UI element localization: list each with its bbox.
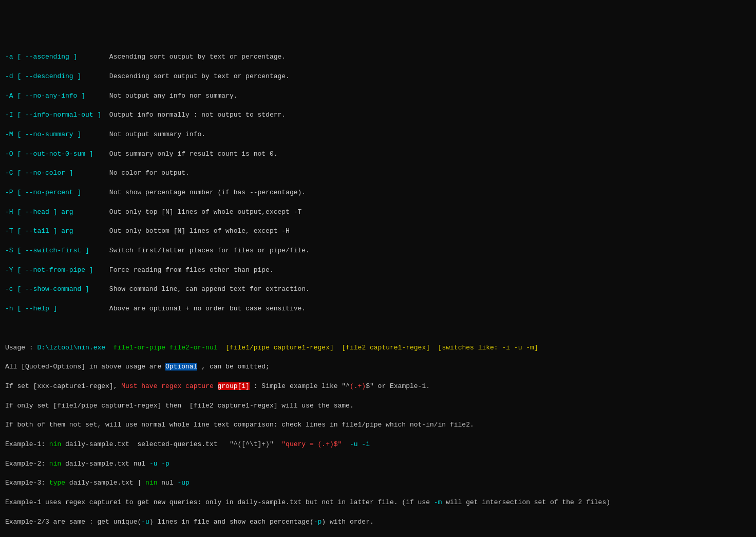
line-12: -Y [ --not-from-pipe ] Force reading fro… <box>5 266 751 275</box>
line-18: If set [xxx-capture1-regex], Must have r… <box>5 382 751 392</box>
line-9: -H [ --head ] arg Out only top [N] lines… <box>5 208 751 217</box>
line-22: Example-2: nin daily-sample.txt nul -u -… <box>5 459 751 469</box>
line-16: Usage : D:\lztool\nin.exe file1-or-pipe … <box>5 343 751 353</box>
terminal-output: -a [ --ascending ] Ascending sort output… <box>5 43 751 537</box>
line-19: If only set [file1/pipe capture1-regex] … <box>5 401 751 411</box>
line-1: -a [ --ascending ] Ascending sort output… <box>5 52 751 62</box>
line-6: -O [ --out-not-0-sum ] Out summary only … <box>5 150 751 159</box>
line-13: -c [ --show-command ] Show command line,… <box>5 285 751 294</box>
line-25: Example-2/3 are same : get unique(-u) li… <box>5 517 751 527</box>
line-7: -C [ --no-color ] No color for output. <box>5 169 751 178</box>
line-20: If both of them not set, will use normal… <box>5 420 751 430</box>
line-11: -S [ --switch-first ] Switch first/latte… <box>5 246 751 256</box>
line-21: Example-1: nin daily-sample.txt selected… <box>5 440 751 450</box>
line-10: -T [ --tail ] arg Out only bottom [N] li… <box>5 227 751 236</box>
line-17: All [Quoted-Options] in above usage are … <box>5 362 751 372</box>
line-4: -I [ --info-normal-out ] Output info nor… <box>5 110 751 120</box>
line-14: -h [ --help ] Above are optional + no or… <box>5 304 751 314</box>
line-15 <box>5 324 751 334</box>
line-2: -d [ --descending ] Descending sort outp… <box>5 72 751 82</box>
line-24: Example-1 uses regex capture1 to get new… <box>5 498 751 508</box>
line-5: -M [ --no-summary ] Not output summary i… <box>5 130 751 140</box>
line-8: -P [ --no-percent ] Not show percentage … <box>5 188 751 198</box>
line-23: Example-3: type daily-sample.txt | nin n… <box>5 478 751 488</box>
line-3: -A [ --no-any-info ] Not output any info… <box>5 91 751 101</box>
